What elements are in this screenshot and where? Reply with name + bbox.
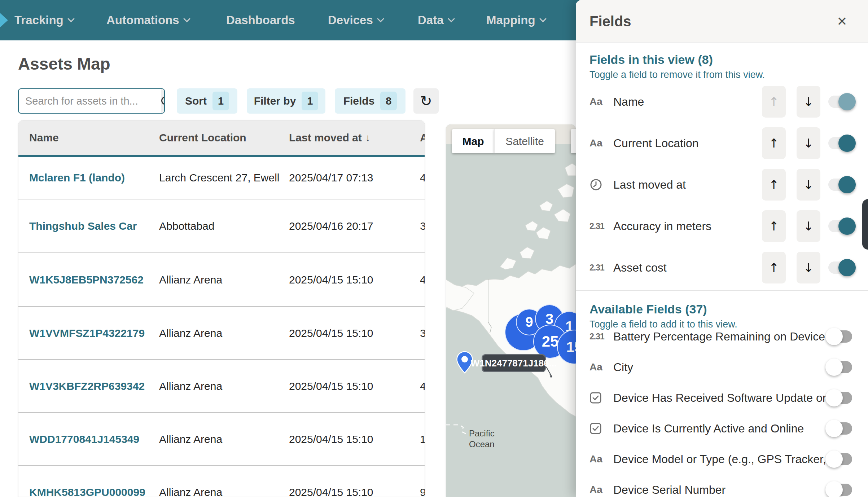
checkbox-type-icon <box>589 421 610 436</box>
field-toggle[interactable] <box>828 453 852 465</box>
table-row[interactable]: W1V3KBFZ2RP639342 Allianz Arena 2025/04/… <box>18 359 425 412</box>
field-row-battery: 2.31 Battery Percentage Remaining on Dev… <box>576 326 868 347</box>
chevron-down-icon <box>67 15 75 22</box>
asset-name-link[interactable]: W1V3KBFZ2RP639342 <box>29 380 145 392</box>
field-row-software-update: Device Has Received Software Update or F… <box>576 387 868 409</box>
move-up-button[interactable]: ↑ <box>762 210 786 242</box>
asset-name-link[interactable]: W1VVMFSZ1P4322179 <box>29 327 145 339</box>
text-type-icon: Aa <box>589 137 610 149</box>
checkbox-type-icon <box>589 390 610 405</box>
move-down-button[interactable]: ↓ <box>797 169 820 201</box>
table-row[interactable]: W1K5J8EB5PN372562 Allianz Arena 2025/04/… <box>18 252 425 306</box>
fields-count-badge: 8 <box>380 92 397 110</box>
nav-item-dashboards[interactable]: Dashboards <box>226 0 295 40</box>
nav-item-data[interactable]: Data <box>418 0 454 40</box>
asset-name-link[interactable]: W1K5J8EB5PN372562 <box>29 274 144 286</box>
map-extra-control[interactable] <box>571 129 576 153</box>
map-type-button[interactable]: Map <box>452 129 494 153</box>
search-icon <box>161 96 165 106</box>
field-row-active-online: Device Is Currently Active and Online <box>576 418 868 439</box>
move-down-button[interactable]: ↓ <box>797 252 820 283</box>
section-divider <box>576 290 868 291</box>
field-row-current-location: Aa Current Location ↑ ↓ <box>576 127 868 159</box>
fields-button[interactable]: Fields 8 <box>335 88 405 114</box>
chevron-down-icon <box>183 15 190 22</box>
move-up-button[interactable]: ↑ <box>762 127 786 159</box>
ocean-label: Pacific Ocean <box>469 428 495 450</box>
field-toggle[interactable] <box>828 261 852 274</box>
nav-item-mapping[interactable]: Mapping <box>486 0 545 40</box>
sort-desc-icon: ↓ <box>365 132 371 144</box>
asset-name-link[interactable]: Mclaren F1 (lando) <box>29 172 125 184</box>
move-down-button[interactable]: ↓ <box>797 86 820 118</box>
clock-icon <box>589 177 610 193</box>
asset-name-link[interactable]: WDD1770841J145349 <box>29 433 139 445</box>
filter-button[interactable]: Filter by 1 <box>247 88 325 114</box>
in-view-subheading: Toggle a field to remove it from this vi… <box>589 69 765 80</box>
nav-item-tracking[interactable]: Tracking <box>14 0 74 40</box>
field-row-serial-number: Aa Device Serial Number <box>576 479 868 497</box>
move-up-button[interactable]: ↑ <box>762 252 786 283</box>
text-type-icon: Aa <box>589 96 610 107</box>
sort-button[interactable]: Sort 1 <box>177 88 237 114</box>
col-current-location[interactable]: Current Location <box>159 120 246 155</box>
col-accuracy[interactable]: A <box>420 120 425 155</box>
nav-collapse-arrow-icon[interactable] <box>0 13 8 27</box>
text-type-icon: Aa <box>589 361 610 373</box>
field-row-city: Aa City <box>576 356 868 378</box>
field-toggle[interactable] <box>828 422 852 435</box>
table-header: Name Current Location Last moved at ↓ A <box>18 120 425 157</box>
table-row[interactable]: WDD1770841J145349 Allianz Arena 2025/04/… <box>18 412 425 465</box>
field-toggle[interactable] <box>828 137 852 149</box>
search-input[interactable] <box>19 89 161 113</box>
available-heading: Available Fields (37) <box>589 302 707 316</box>
field-toggle[interactable] <box>828 330 852 343</box>
number-type-icon: 2.31 <box>589 332 610 342</box>
table-row[interactable]: Thingshub Sales Car Abbottabad 2025/04/1… <box>18 199 425 252</box>
field-toggle[interactable] <box>828 361 852 373</box>
table-row[interactable]: Mclaren F1 (lando) Larch Crescent 27, Ew… <box>18 157 425 199</box>
col-name[interactable]: Name <box>29 120 59 155</box>
sort-count-badge: 1 <box>212 92 229 110</box>
close-icon: × <box>837 11 847 31</box>
move-up-button[interactable]: ↑ <box>762 169 786 201</box>
col-last-moved-at[interactable]: Last moved at ↓ <box>289 120 371 155</box>
field-row-accuracy: 2.31 Accuracy in meters ↑ ↓ <box>576 210 868 242</box>
edge-tab[interactable] <box>862 199 868 250</box>
field-toggle[interactable] <box>828 179 852 191</box>
nav-item-automations[interactable]: Automations <box>106 0 189 40</box>
close-button[interactable]: × <box>831 10 853 32</box>
assets-map-panel[interactable]: Map Satellite 9 3 1 25 15 W1N2477871J186… <box>446 124 576 497</box>
search-button[interactable] <box>161 89 165 113</box>
filter-count-badge: 1 <box>302 92 318 110</box>
nav-item-devices[interactable]: Devices <box>328 0 383 40</box>
page-title: Assets Map <box>18 54 110 74</box>
field-toggle[interactable] <box>828 96 852 108</box>
move-up-button[interactable]: ↑ <box>762 86 786 118</box>
move-down-button[interactable]: ↓ <box>797 127 820 159</box>
field-toggle[interactable] <box>828 484 852 496</box>
text-type-icon: Aa <box>589 453 610 465</box>
chevron-down-icon <box>377 15 384 22</box>
table-row[interactable]: W1VVMFSZ1P4322179 Allianz Arena 2025/04/… <box>18 306 425 359</box>
asset-search <box>18 88 165 114</box>
in-view-heading: Fields in this view (8) <box>589 53 713 67</box>
panel-title: Fields <box>589 0 631 43</box>
field-row-last-moved-at: Last moved at ↑ ↓ <box>576 169 868 201</box>
satellite-type-button[interactable]: Satellite <box>494 129 555 153</box>
asset-name-link[interactable]: KMHK5813GPU000099 <box>29 486 145 497</box>
field-toggle[interactable] <box>828 392 852 404</box>
refresh-icon: ↻ <box>420 93 432 109</box>
move-down-button[interactable]: ↓ <box>797 210 820 242</box>
fields-panel-header: Fields × <box>576 0 868 43</box>
field-row-name: Aa Name ↑ ↓ <box>576 86 868 118</box>
number-type-icon: 2.31 <box>589 263 610 273</box>
field-toggle[interactable] <box>828 220 852 232</box>
asset-name-link[interactable]: Thingshub Sales Car <box>29 220 137 232</box>
assets-table: Name Current Location Last moved at ↓ A … <box>18 120 425 497</box>
table-row[interactable]: KMHK5813GPU000099 Allianz Arena 2025/04/… <box>18 465 425 497</box>
text-type-icon: Aa <box>589 484 610 496</box>
refresh-button[interactable]: ↻ <box>413 88 439 114</box>
asset-tooltip[interactable]: W1N2477871J186... <box>482 354 546 372</box>
assets-map-page: Tracking Automations Dashboards Devices … <box>0 0 868 497</box>
